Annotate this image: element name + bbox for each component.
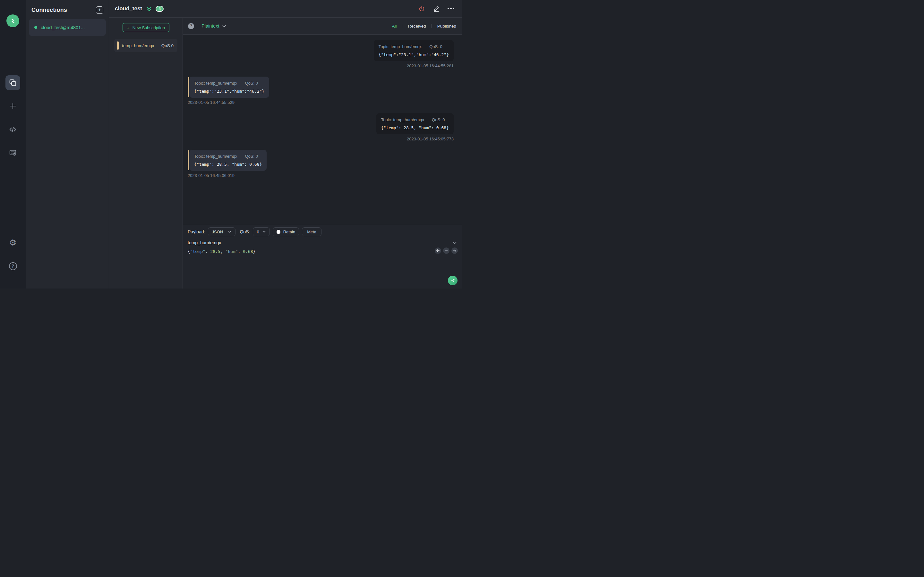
message-qos: QoS: 0 (429, 44, 442, 49)
message-received: Topic: temp_hum/emqx QoS: 0 {"temp":"23.… (188, 77, 269, 105)
history-prev-button[interactable] (435, 247, 441, 254)
payload-label: Payload: (188, 229, 205, 234)
gear-icon: ⚙ (9, 239, 16, 247)
mqttx-logo-icon (6, 15, 19, 27)
connection-header: cloud_test 4 (109, 0, 462, 18)
message-payload: {"temp":"23.1","hum":"46.2"} (379, 52, 449, 57)
chevron-down-icon (262, 230, 266, 234)
edit-connection-button[interactable] (433, 5, 439, 12)
payload-editor[interactable]: {"temp": 28.5, "hum": 0.68} (183, 247, 462, 288)
ellipsis-icon (447, 8, 455, 10)
collapse-all-button[interactable] (146, 5, 152, 12)
chevron-down-icon[interactable] (452, 240, 457, 245)
message-list: Topic: temp_hum/emqx QoS: 0 {"temp":"23.… (183, 35, 462, 225)
topic-input[interactable]: temp_hum/emqx (183, 239, 462, 247)
subscription-item[interactable]: temp_hum/emqx QoS 0 (114, 39, 178, 52)
qos-label: QoS: (240, 229, 250, 234)
help-button[interactable]: ? (5, 259, 20, 274)
icon-rail: ⚙ ? (0, 0, 26, 288)
message-timestamp: 2023-01-05 16:45:06:019 (188, 173, 234, 178)
plus-icon: + (127, 25, 129, 30)
retain-toggle[interactable]: Retain (273, 227, 299, 236)
connections-nav-button[interactable] (5, 75, 20, 90)
message-topic: Topic: temp_hum/emqx (194, 154, 237, 159)
message-history-nav (435, 247, 458, 254)
code-icon (9, 125, 17, 134)
new-connection-nav-button[interactable] (5, 99, 20, 113)
connections-panel: Connections + cloud_test@m4801... (26, 0, 109, 288)
paper-plane-icon (450, 278, 455, 283)
double-chevron-down-icon (146, 5, 152, 12)
message-payload: {"temp": 28.5, "hum": 0.68} (194, 162, 262, 167)
message-card: Topic: temp_hum/emqx QoS: 0 {"temp": 28.… (189, 150, 267, 171)
subscriptions-column: + New Subscription temp_hum/emqx QoS 0 (109, 18, 183, 288)
filter-all[interactable]: All (391, 24, 397, 29)
message-topic: Topic: temp_hum/emqx (194, 81, 237, 85)
message-format-select[interactable]: Plaintext (202, 23, 226, 29)
add-connection-button[interactable]: + (96, 6, 103, 14)
connections-icon (9, 79, 17, 87)
subscription-topic: temp_hum/emqx (122, 43, 158, 48)
power-icon (418, 5, 425, 12)
arrow-left-icon (436, 249, 440, 253)
subscription-count-badge: 4 (156, 6, 164, 12)
plus-icon (9, 102, 17, 110)
messages-pane: ? Plaintext All Received Published (183, 18, 462, 288)
message-card: Topic: temp_hum/emqx QoS: 0 {"temp":"23.… (374, 40, 454, 61)
message-payload: {"temp":"23.1","hum":"46.2"} (194, 89, 264, 93)
minus-icon (444, 249, 448, 253)
help-icon: ? (9, 262, 17, 270)
message-topic: Topic: temp_hum/emqx (379, 44, 422, 49)
log-icon (9, 149, 17, 157)
message-timestamp: 2023-01-05 16:45:05:773 (407, 137, 454, 141)
message-timestamp: 2023-01-05 16:44:55:281 (407, 63, 454, 68)
divider (402, 24, 402, 28)
publish-toolbar: Payload: JSON QoS: 0 (183, 225, 462, 239)
connection-item[interactable]: cloud_test@m4801... (29, 19, 106, 36)
history-next-button[interactable] (451, 247, 458, 254)
connection-title: cloud_test (115, 5, 142, 12)
message-card: Topic: temp_hum/emqx QoS: 0 {"temp": 28.… (376, 113, 454, 134)
mqttx-app: ⚙ ? Connections + cloud_test@m4801... cl… (0, 0, 462, 288)
retain-toggle-dot (276, 230, 280, 234)
send-button[interactable] (448, 276, 457, 285)
message-published: Topic: temp_hum/emqx QoS: 0 {"temp": 28.… (376, 113, 454, 141)
publish-panel: Payload: JSON QoS: 0 (183, 225, 462, 288)
subscription-color-bar (117, 41, 119, 50)
chevron-down-icon (222, 24, 226, 28)
message-qos: QoS: 0 (245, 81, 258, 85)
meta-button[interactable]: Meta (302, 227, 321, 236)
message-card: Topic: temp_hum/emqx QoS: 0 {"temp":"23.… (189, 77, 269, 98)
message-qos: QoS: 0 (245, 154, 258, 159)
qos-select[interactable]: 0 (253, 227, 270, 236)
connection-name: cloud_test@m4801... (41, 25, 85, 30)
more-menu-button[interactable] (447, 8, 455, 10)
rail-bottom: ⚙ ? (5, 235, 20, 274)
message-received: Topic: temp_hum/emqx QoS: 0 {"temp": 28.… (188, 150, 267, 178)
payload-help-icon[interactable]: ? (188, 23, 194, 29)
message-published: Topic: temp_hum/emqx QoS: 0 {"temp":"23.… (374, 40, 454, 68)
messages-toolbar: ? Plaintext All Received Published (183, 18, 462, 35)
settings-button[interactable]: ⚙ (5, 235, 20, 250)
message-timestamp: 2023-01-05 16:44:55:529 (188, 100, 234, 105)
log-nav-button[interactable] (5, 145, 20, 160)
payload-format-select[interactable]: JSON (208, 227, 236, 236)
filter-received[interactable]: Received (407, 24, 426, 29)
new-subscription-button[interactable]: + New Subscription (123, 23, 170, 32)
divider (431, 24, 432, 28)
workspace: cloud_test 4 (109, 0, 462, 288)
plus-icon: + (98, 7, 102, 13)
filter-published[interactable]: Published (437, 24, 457, 29)
message-topic: Topic: temp_hum/emqx (381, 117, 424, 122)
pencil-icon (433, 5, 439, 12)
disconnect-button[interactable] (418, 5, 425, 12)
script-nav-button[interactable] (5, 122, 20, 137)
message-filters: All Received Published (391, 24, 457, 29)
subscription-qos: QoS 0 (162, 43, 174, 48)
history-clear-button[interactable] (443, 247, 449, 254)
message-payload: {"temp": 28.5, "hum": 0.68} (381, 125, 449, 130)
connections-title: Connections (31, 7, 67, 13)
message-qos: QoS: 0 (432, 117, 445, 122)
chevron-down-icon (228, 230, 232, 234)
arrow-right-icon (453, 249, 457, 253)
